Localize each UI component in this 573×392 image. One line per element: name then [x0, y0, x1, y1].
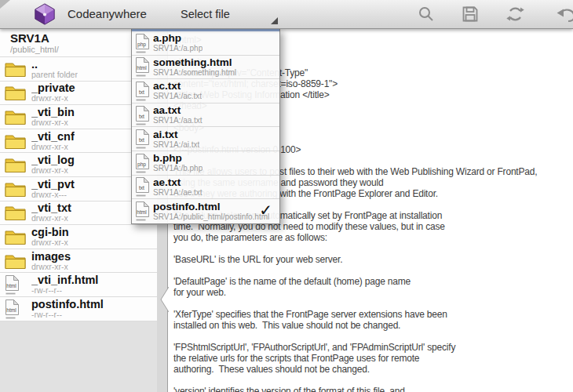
file-permissions: drwxr-xr-x — [31, 143, 75, 151]
file-name: postinfo.html — [31, 299, 104, 310]
folder-icon — [5, 253, 26, 269]
svg-text:html: html — [137, 209, 147, 215]
file-path: SRV1A:/ac.txt — [153, 92, 202, 100]
file-permissions: drwxr-xr-x — [31, 118, 75, 127]
dropdown-item-text: ai.txtSRV1A:/ai.txt — [153, 129, 199, 149]
dropdown-file-item[interactable]: phpa.phpSRV1A:/a.php — [132, 31, 279, 56]
dropdown-item-text: something.htmlSRV1A:/something.html — [153, 57, 236, 77]
editor-line: 'version' identifies the version of the … — [173, 386, 570, 392]
editor-line — [173, 298, 570, 309]
file-item-text: postinfo.html-rw-r--r-- — [31, 299, 104, 319]
file-select-dropdown: phpa.phpSRV1A:/a.phphtmlsomething.htmlSR… — [131, 28, 280, 224]
file-permissions: drwxr-xr-x — [31, 94, 75, 103]
file-name: _vti_txt — [31, 202, 71, 214]
editor-line: 'FPShtmlScriptUrl', 'FPAuthorScriptUrl',… — [173, 342, 570, 353]
file-name: a.php — [153, 33, 203, 44]
html-file-icon: html — [5, 299, 26, 319]
dropdown-item-text: ae.txtSRV1A:/ae.txt — [153, 177, 203, 197]
editor-line — [173, 265, 570, 276]
editor-line — [173, 243, 570, 254]
spinner-caret-icon — [271, 17, 278, 24]
html-file-icon: html — [135, 201, 150, 221]
file-permissions: parent folder — [31, 71, 78, 79]
file-name: ai.txt — [153, 129, 199, 140]
txt-file-icon: txt — [135, 129, 150, 149]
dropdown-file-item[interactable]: htmlsomething.htmlSRV1A:/something.html — [132, 56, 279, 80]
html-file-icon: html — [135, 56, 150, 77]
selected-checkmark-icon: ✓ — [259, 201, 272, 220]
svg-text:php: php — [137, 42, 146, 48]
txt-file-icon: txt — [135, 81, 150, 101]
save-icon[interactable] — [461, 5, 481, 24]
file-name: something.html — [153, 57, 236, 68]
file-name: .. — [31, 59, 78, 71]
sidebar-collapse-handle[interactable] — [160, 287, 169, 312]
file-item-text: _vti_pvtdrwxr-x--- — [31, 179, 75, 199]
file-item-text: cgi-bindrwxr-xr-x — [31, 227, 69, 247]
file-name: aa.txt — [153, 105, 203, 116]
dropdown-file-item[interactable]: txtai.txtSRV1A:/ai.txt — [132, 127, 279, 151]
file-list-item[interactable]: htmlpostinfo.html-rw-r--r-- — [0, 296, 157, 321]
file-list-item[interactable]: html_vti_inf.html-rw-r--r-- — [0, 272, 157, 296]
file-path: SRV1A:/aa.txt — [153, 116, 203, 125]
file-name: _vti_cnf — [31, 131, 75, 143]
folder-icon — [5, 85, 26, 100]
file-path: SRV1A:/ae.txt — [153, 188, 203, 197]
file-item-text: _vti_bindrwxr-xr-x — [31, 107, 75, 127]
folder-icon — [5, 109, 26, 125]
editor-line: for your web. — [173, 287, 570, 298]
file-item-text: _vti_cnfdrwxr-xr-x — [31, 131, 75, 151]
dropdown-item-text: a.phpSRV1A:/a.php — [153, 33, 203, 53]
file-name: ae.txt — [153, 177, 203, 188]
svg-text:txt: txt — [139, 89, 144, 95]
file-item-text: imagesdrwxr-xr-x — [31, 251, 71, 271]
file-name: _vti_log — [31, 154, 75, 166]
file-permissions: drwxr-xr-x — [31, 214, 71, 223]
dropdown-file-list: phpa.phpSRV1A:/a.phphtmlsomething.htmlSR… — [132, 31, 279, 223]
editor-line: the relative urls for the scripts that F… — [173, 353, 570, 364]
svg-text:txt: txt — [139, 114, 144, 119]
file-permissions: -rw-r--r-- — [31, 286, 98, 295]
file-name: _private — [31, 82, 75, 94]
dropdown-file-item[interactable]: txtae.txtSRV1A:/ae.txt — [132, 176, 279, 200]
editor-line: 'DefaultPage' is the name of the default… — [173, 276, 570, 287]
dropdown-file-item[interactable]: txtac.txtSRV1A:/ac.txt — [132, 79, 279, 103]
editor-line: you do, the parameters are as follows: — [173, 232, 570, 243]
txt-file-icon: txt — [135, 176, 150, 197]
svg-text:html: html — [137, 65, 147, 71]
dropdown-file-item[interactable]: phpb.phpSRV1A:/b.php — [132, 151, 279, 176]
folder-icon — [5, 181, 26, 197]
search-icon[interactable] — [417, 5, 437, 24]
file-list-item[interactable]: cgi-bindrwxr-xr-x — [0, 224, 157, 249]
codeanywhere-app-icon[interactable] — [33, 2, 57, 26]
file-list-item[interactable]: imagesdrwxr-xr-x — [0, 249, 157, 273]
dropdown-item-text: aa.txtSRV1A:/aa.txt — [153, 105, 203, 125]
file-path: SRV1A:/public_html/postinfo.html — [153, 212, 269, 221]
file-permissions: drwxr-xr-x — [31, 166, 75, 175]
file-item-text: _vti_logdrwxr-xr-x — [31, 154, 75, 175]
svg-text:php: php — [137, 162, 146, 168]
svg-text:html: html — [6, 307, 16, 313]
file-path: SRV1A:/ai.txt — [153, 140, 199, 149]
html-file-icon: html — [5, 274, 26, 295]
file-name: cgi-bin — [31, 227, 69, 238]
file-item-text: _vti_txtdrwxr-xr-x — [31, 202, 71, 223]
dropdown-file-item[interactable]: txtaa.txtSRV1A:/aa.txt — [132, 103, 279, 128]
file-select-spinner[interactable]: Select file — [171, 0, 281, 28]
file-permissions: drwxr-x--- — [31, 191, 75, 199]
svg-text:html: html — [6, 283, 16, 289]
file-path: SRV1A:/b.php — [153, 164, 203, 172]
refresh-icon[interactable] — [505, 5, 526, 24]
file-path: SRV1A:/something.html — [153, 68, 236, 77]
dropdown-file-item[interactable]: htmlpostinfo.htmlSRV1A:/public_html/post… — [132, 199, 279, 223]
editor-line — [173, 331, 570, 342]
folder-icon — [5, 205, 26, 220]
php-file-icon: php — [135, 33, 150, 53]
dropdown-item-text: postinfo.htmlSRV1A:/public_html/postinfo… — [153, 201, 269, 221]
undo-icon[interactable] — [556, 5, 573, 24]
dropdown-item-text: ac.txtSRV1A:/ac.txt — [153, 81, 202, 100]
editor-line: installed on this web. This value should… — [173, 320, 570, 331]
spinner-label: Select file — [181, 0, 230, 28]
file-item-text: _vti_inf.html-rw-r--r-- — [31, 274, 98, 295]
file-name: b.php — [153, 153, 203, 164]
